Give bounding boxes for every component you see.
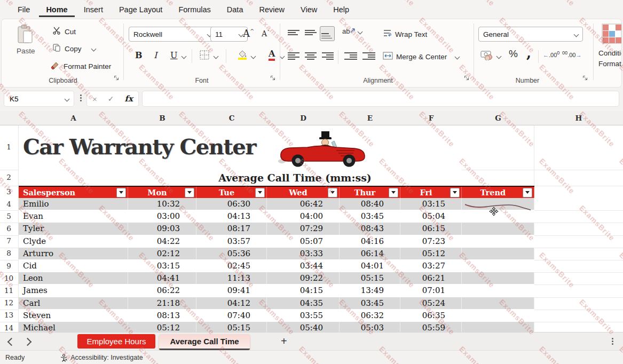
time-cell[interactable]: 04:12 <box>196 297 267 309</box>
salesperson-cell[interactable]: Cid <box>19 260 128 272</box>
column-header-H[interactable]: H <box>534 111 623 125</box>
time-cell[interactable]: 05:07 <box>267 235 340 247</box>
font-color-dropdown-icon[interactable] <box>280 54 285 59</box>
salesperson-cell[interactable]: Arturro <box>19 248 128 259</box>
time-cell[interactable]: 03:27 <box>400 260 462 272</box>
previous-sheet-icon[interactable] <box>7 338 16 346</box>
sheet-tab-employee-hours[interactable]: Employee Hours <box>77 334 155 349</box>
time-cell[interactable]: 05:15 <box>340 272 400 284</box>
time-cell[interactable]: 09:22 <box>267 272 340 284</box>
increase-decimal-button[interactable]: ←.000 <box>543 50 559 58</box>
align-left-button[interactable] <box>288 52 299 60</box>
time-cell[interactable]: 06:42 <box>267 198 340 210</box>
time-cell[interactable]: 06:30 <box>196 198 267 210</box>
tab-view[interactable]: View <box>294 2 324 17</box>
borders-dropdown-icon[interactable] <box>214 54 219 59</box>
time-cell[interactable]: 07:29 <box>267 223 340 234</box>
time-cell[interactable]: 07:40 <box>196 310 267 321</box>
borders-icon[interactable] <box>199 50 210 62</box>
column-header-E[interactable]: E <box>340 111 400 125</box>
time-cell[interactable]: 08:43 <box>340 223 400 234</box>
time-cell[interactable]: 07:01 <box>400 284 462 296</box>
salesperson-cell[interactable]: Steven <box>19 310 128 321</box>
tab-page-layout[interactable]: Page Layout <box>112 2 169 17</box>
time-cell[interactable]: 06:14 <box>340 248 400 259</box>
salesperson-cell[interactable]: Leon <box>19 272 128 284</box>
filter-dropdown-button[interactable] <box>255 188 265 197</box>
decrease-font-size-button[interactable]: Aˇ <box>262 29 270 38</box>
time-cell[interactable]: 03:00 <box>128 210 196 222</box>
time-cell[interactable]: 04:35 <box>267 297 340 309</box>
time-cell[interactable]: 04:16 <box>340 235 400 247</box>
increase-font-size-button[interactable]: A^ <box>243 28 254 39</box>
new-sheet-button[interactable]: + <box>281 335 287 347</box>
time-cell[interactable]: 03:45 <box>340 297 400 309</box>
bottom-align-button[interactable] <box>320 26 335 41</box>
filter-dropdown-button[interactable] <box>523 188 532 197</box>
row-header-8[interactable]: 8 <box>0 249 18 257</box>
fill-color-dropdown-icon[interactable] <box>251 54 256 59</box>
font-dialog-launcher-icon[interactable] <box>270 74 276 83</box>
time-cell[interactable]: 04:13 <box>196 210 267 222</box>
font-name-combobox[interactable]: Rockwell <box>129 27 216 42</box>
sheet-tab-average-call-time[interactable]: Average Call Time <box>159 334 250 350</box>
copy-dropdown-icon[interactable] <box>91 46 96 51</box>
row-header-6[interactable]: 6 <box>0 224 18 233</box>
column-header-C[interactable]: C <box>196 111 267 125</box>
trend-cell[interactable] <box>462 223 534 234</box>
time-cell[interactable]: 06:21 <box>400 272 462 284</box>
time-cell[interactable]: 05:24 <box>400 297 462 309</box>
trend-cell[interactable] <box>462 272 534 284</box>
time-cell[interactable]: 04:01 <box>340 260 400 272</box>
time-cell[interactable]: 09:03 <box>128 223 196 234</box>
middle-align-button[interactable] <box>305 30 317 35</box>
trend-cell[interactable] <box>462 235 534 247</box>
font-color-button[interactable]: A <box>269 49 275 61</box>
alignment-dialog-launcher-icon[interactable] <box>464 74 470 83</box>
time-cell[interactable]: 03:44 <box>267 260 340 272</box>
column-header-F[interactable]: F <box>400 111 462 125</box>
salesperson-cell[interactable]: Michael <box>19 322 128 332</box>
time-cell[interactable]: 02:12 <box>128 248 196 259</box>
salesperson-cell[interactable]: James <box>19 284 128 296</box>
clipboard-dialog-launcher-icon[interactable] <box>114 74 120 83</box>
row-header-9[interactable]: 9 <box>0 262 18 270</box>
underline-button[interactable]: U <box>170 50 177 60</box>
time-cell[interactable]: 13:49 <box>340 284 400 296</box>
number-format-combobox[interactable]: General <box>478 27 583 42</box>
time-cell[interactable]: 08:17 <box>196 223 267 234</box>
time-cell[interactable]: 03:15 <box>400 198 462 210</box>
cancel-icon[interactable]: × <box>92 94 97 104</box>
column-header-G[interactable]: G <box>462 111 534 125</box>
row-header-3[interactable]: 3 <box>0 187 18 196</box>
copy-button[interactable]: Copy <box>52 43 96 54</box>
time-cell[interactable]: 05:12 <box>400 248 462 259</box>
cut-button[interactable]: Cut <box>52 26 76 37</box>
time-cell[interactable]: 05:12 <box>128 322 196 332</box>
filter-dropdown-button[interactable] <box>450 188 460 197</box>
format-painter-button[interactable]: Format Painter <box>51 61 111 72</box>
comma-style-button[interactable]: , <box>526 45 531 61</box>
name-box-dropdown-icon[interactable] <box>65 96 70 101</box>
tab-formulas[interactable]: Formulas <box>171 2 217 17</box>
time-cell[interactable]: 11:13 <box>196 272 267 284</box>
tab-insert[interactable]: Insert <box>77 2 110 17</box>
row-header-11[interactable]: 11 <box>0 286 18 295</box>
conditional-formatting-button[interactable]: Conditional Formatting <box>598 23 622 69</box>
time-cell[interactable]: 03:33 <box>267 248 340 259</box>
wrap-text-button[interactable]: Wrap Text <box>383 29 427 40</box>
trend-cell[interactable] <box>462 248 534 259</box>
row-header-5[interactable]: 5 <box>0 212 18 220</box>
row-header-2[interactable]: 2 <box>0 173 18 181</box>
time-cell[interactable]: 05:04 <box>400 210 462 222</box>
insert-function-icon[interactable]: fx <box>125 94 133 104</box>
row-header-14[interactable]: 14 <box>0 323 18 332</box>
decrease-indent-button[interactable] <box>344 52 357 60</box>
italic-button[interactable]: I <box>154 50 157 60</box>
time-cell[interactable]: 05:40 <box>267 322 340 332</box>
time-cell[interactable]: 03:55 <box>267 310 340 321</box>
filter-dropdown-button[interactable] <box>185 188 194 197</box>
time-cell[interactable]: 21:18 <box>128 297 196 309</box>
time-cell[interactable]: 05:03 <box>340 322 400 332</box>
paste-button[interactable]: Paste <box>17 25 35 55</box>
